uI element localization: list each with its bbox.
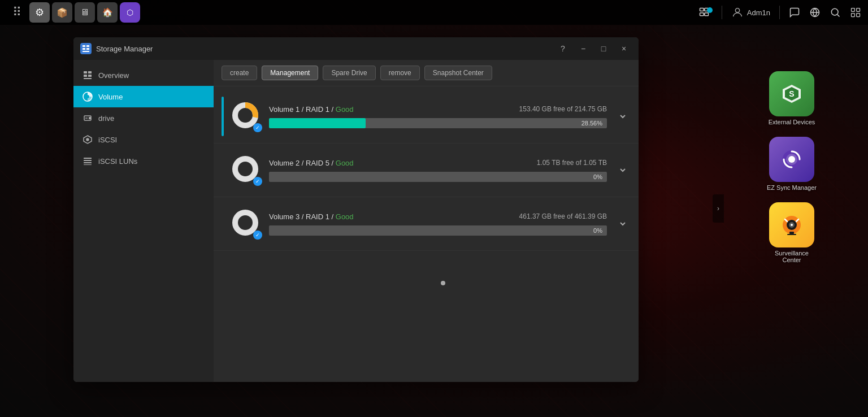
volume-2-expand[interactable] bbox=[615, 162, 631, 178]
svg-rect-0 bbox=[700, 8, 704, 11]
storage-manager-window: Storage Manager ? − □ × Ov bbox=[73, 37, 639, 382]
volume-2-check: ✓ bbox=[253, 177, 262, 186]
svg-rect-9 bbox=[857, 8, 860, 12]
sidebar-item-overview[interactable]: Overview bbox=[73, 64, 214, 86]
volume-3-progress: 0% bbox=[269, 225, 607, 236]
create-button[interactable]: create bbox=[222, 66, 257, 80]
settings-icon[interactable]: ⚙ bbox=[29, 2, 50, 23]
volume-1-expand[interactable] bbox=[615, 108, 631, 124]
chat-icon[interactable] bbox=[789, 7, 800, 18]
volume-1-check: ✓ bbox=[253, 123, 262, 132]
svg-rect-16 bbox=[83, 51, 89, 52]
svg-rect-17 bbox=[84, 71, 87, 73]
username-label: Adm1n bbox=[747, 8, 770, 17]
svg-rect-50 bbox=[789, 232, 794, 234]
ez-sync-app[interactable]: EZ Sync Manager bbox=[767, 137, 817, 191]
drive-label: drive bbox=[98, 114, 114, 123]
sidebar-item-iscsi[interactable]: iSCSI bbox=[73, 129, 214, 150]
spare-drive-button[interactable]: Spare Drive bbox=[323, 66, 375, 80]
iscsiluns-icon bbox=[83, 156, 93, 166]
maximize-button[interactable]: □ bbox=[596, 41, 611, 57]
external-devices-label: External Devices bbox=[769, 119, 815, 125]
svg-point-37 bbox=[240, 163, 251, 175]
grid-taskbar-icon[interactable] bbox=[850, 7, 861, 18]
ez-sync-label: EZ Sync Manager bbox=[767, 184, 817, 191]
window-titlebar: Storage Manager ? − □ × bbox=[73, 37, 639, 60]
window-body: Overview Volume bbox=[73, 60, 639, 382]
volume-1-status: Good bbox=[336, 105, 354, 114]
toolbar: create Management Spare Drive remove Sna… bbox=[214, 60, 639, 86]
remove-button[interactable]: remove bbox=[380, 66, 420, 80]
sidebar: Overview Volume bbox=[73, 60, 214, 382]
overview-label: Overview bbox=[98, 71, 129, 80]
right-sidebar-apps: S External Devices EZ Sync Manager bbox=[715, 37, 868, 405]
svg-rect-19 bbox=[84, 75, 87, 77]
volume-3-info: Volume 3 / RAID 1 / Good 461.37 GB free … bbox=[269, 212, 607, 236]
iscsi-label: iSCSI bbox=[98, 136, 117, 144]
sidebar-item-drive[interactable]: drive bbox=[73, 107, 214, 129]
surveillance-icon bbox=[769, 202, 814, 247]
volume-2-status: Good bbox=[336, 159, 354, 167]
volume-1-header: Volume 1 / RAID 1 / Good 153.40 GB free … bbox=[269, 105, 607, 114]
volume-3-progress-label: 0% bbox=[593, 227, 602, 234]
volume-2-item: ✓ Volume 2 / RAID 5 / Good 1.05 TB free … bbox=[214, 144, 639, 197]
svg-rect-8 bbox=[852, 8, 855, 12]
svg-rect-13 bbox=[86, 45, 89, 47]
svg-point-35 bbox=[240, 110, 251, 121]
svg-rect-10 bbox=[852, 14, 855, 17]
volume-list: ✓ Volume 1 / RAID 1 / Good 153.40 GB fre… bbox=[214, 86, 639, 382]
svg-rect-14 bbox=[83, 48, 85, 50]
volume-2-progress-label: 0% bbox=[593, 173, 602, 180]
globe-icon[interactable] bbox=[809, 7, 821, 18]
migrate-icon[interactable]: 🏠 bbox=[97, 2, 118, 23]
main-content: create Management Spare Drive remove Sna… bbox=[214, 60, 639, 382]
volume-1-progress-fill bbox=[269, 118, 366, 128]
search-taskbar-icon[interactable] bbox=[830, 7, 841, 18]
volume-label: Volume bbox=[98, 93, 123, 101]
svg-rect-12 bbox=[83, 45, 85, 47]
volume-1-info: Volume 1 / RAID 1 / Good 153.40 GB free … bbox=[269, 105, 607, 128]
svg-rect-11 bbox=[857, 14, 860, 17]
management-button[interactable]: Management bbox=[262, 66, 318, 80]
svg-rect-20 bbox=[88, 75, 92, 77]
sidebar-item-iscsiluns[interactable]: iSCSI LUNs bbox=[73, 150, 214, 172]
overview-icon bbox=[83, 70, 93, 80]
volume-3-status: Good bbox=[336, 212, 354, 221]
volume-1-progress: 28.56% bbox=[269, 118, 607, 128]
right-panel-collapse-button[interactable]: › bbox=[713, 194, 724, 223]
close-button[interactable]: × bbox=[616, 41, 632, 57]
taskbar: ⠿ ⚙ 📦 🖥 🏠 ⬡ Adm1n bbox=[0, 0, 868, 25]
svg-rect-21 bbox=[84, 78, 92, 79]
window-controls: ? − □ × bbox=[555, 41, 632, 57]
snapshot-center-button[interactable]: Snapshot Center bbox=[424, 66, 492, 80]
app-grid-button[interactable]: ⠿ bbox=[7, 2, 27, 23]
dsm-app-icon[interactable]: ⬡ bbox=[120, 2, 140, 23]
svg-rect-51 bbox=[787, 234, 796, 235]
svg-text:S: S bbox=[789, 89, 794, 98]
surveillance-app[interactable]: Surveillance Center bbox=[769, 202, 814, 263]
minimize-button[interactable]: − bbox=[575, 41, 591, 57]
svg-point-7 bbox=[831, 8, 838, 15]
help-button[interactable]: ? bbox=[555, 41, 571, 57]
volume-3-expand[interactable] bbox=[615, 216, 631, 232]
user-menu[interactable]: Adm1n bbox=[731, 6, 770, 19]
svg-rect-15 bbox=[86, 48, 89, 50]
volume-1-indicator bbox=[222, 97, 224, 136]
external-devices-app[interactable]: S External Devices bbox=[769, 71, 815, 125]
surveillance-label: Surveillance Center bbox=[775, 250, 809, 263]
volume-2-info: Volume 2 / RAID 5 / Good 1.05 TB free of… bbox=[269, 159, 607, 182]
divider-1 bbox=[722, 6, 722, 19]
volume-2-indicator bbox=[222, 150, 224, 190]
notification-icon[interactable] bbox=[698, 7, 713, 18]
package-icon[interactable]: 📦 bbox=[52, 2, 72, 23]
svg-rect-18 bbox=[88, 71, 92, 73]
svg-point-28 bbox=[86, 138, 89, 141]
volume-2-progress: 0% bbox=[269, 172, 607, 182]
volume-2-icon: ✓ bbox=[232, 155, 261, 185]
svg-rect-2 bbox=[700, 13, 704, 16]
sidebar-item-volume[interactable]: Volume bbox=[73, 86, 214, 107]
desktop-icon[interactable]: 🖥 bbox=[75, 2, 95, 23]
iscsi-icon bbox=[83, 134, 93, 145]
svg-point-25 bbox=[89, 118, 91, 119]
ez-sync-icon bbox=[769, 137, 814, 182]
